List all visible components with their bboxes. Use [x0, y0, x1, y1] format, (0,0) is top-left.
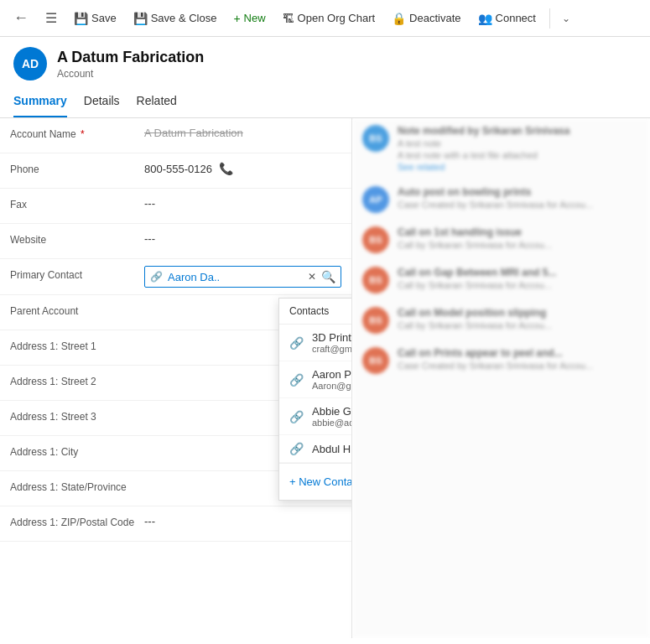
activity-avatar-1: AP	[362, 186, 389, 213]
open-org-chart-button[interactable]: 🏗 Open Org Chart	[276, 8, 382, 29]
activity-item-2: BS Call on 1st handling issue Call by Sr…	[362, 226, 640, 253]
dropdown-footer: + New Contact Advanced lookup	[279, 463, 352, 500]
tab-summary[interactable]: Summary	[13, 87, 67, 117]
activity-title-4: Call on Model position slipping	[398, 307, 640, 319]
activity-item-5: BS Call on Prints appear to peel and... …	[362, 347, 640, 374]
connect-button[interactable]: 👥 Connect	[471, 8, 543, 29]
record-title: A Datum Fabrication	[57, 49, 204, 66]
tabs: Summary Details Related	[0, 80, 650, 118]
contact-email-1: Aaron@gmail.com	[312, 381, 352, 391]
lookup-selected-value: Aaron Da..	[168, 271, 303, 283]
activity-title-0: Note modified by Srikaran Srinivasa	[398, 125, 640, 137]
lookup-record-icon: 🔗	[150, 271, 163, 283]
label-address-street-2: Address 1: Street 2	[10, 372, 144, 387]
save-button[interactable]: 💾 Save	[67, 8, 123, 29]
field-fax: Fax ---	[0, 189, 351, 224]
activity-content-5: Call on Prints appear to peel and... Cas…	[398, 347, 640, 374]
activity-avatar-0: BS	[362, 125, 389, 152]
field-website: Website ---	[0, 224, 351, 259]
value-website: ---	[144, 231, 341, 245]
field-primary-contact: Primary Contact 🔗 Aaron Da.. ✕ 🔍 Contact…	[0, 259, 351, 295]
field-address-zip: Address 1: ZIP/Postal Code ---	[0, 506, 351, 542]
activity-desc-0: A test note	[398, 138, 640, 148]
label-address-street-3: Address 1: Street 3	[10, 408, 144, 423]
activity-subdesc-0: A test note with a test file attached	[398, 150, 640, 160]
contact-icon-1: 🔗	[289, 373, 304, 387]
activity-panel: BS Note modified by Srikaran Srinivasa A…	[352, 118, 650, 638]
contact-info-1: Aaron Pick Aaron@gmail.com	[312, 368, 352, 391]
activity-avatar-4: BS	[362, 307, 389, 334]
activity-item-3: BS Call on Gap Between MRI and 5... Call…	[362, 267, 640, 293]
toolbar: ← ☰ 💾 Save 💾 Save & Close + New 🏗 Open O…	[0, 0, 650, 37]
label-phone: Phone	[10, 160, 144, 175]
activity-content-1: Auto post on bowling prints Case Created…	[398, 186, 640, 213]
record-header: AD A Datum Fabrication Account	[0, 37, 650, 80]
contact-icon-0: 🔗	[289, 336, 304, 350]
activity-title-1: Auto post on bowling prints	[398, 186, 640, 198]
label-parent-account: Parent Account	[10, 302, 144, 317]
activity-item-4: BS Call on Model position slipping Call …	[362, 307, 640, 334]
contact-icon-3: 🔗	[289, 442, 304, 455]
lookup-search-button[interactable]: 🔍	[321, 270, 335, 283]
save-close-button[interactable]: 💾 Save & Close	[127, 8, 224, 29]
new-contact-button[interactable]: + New Contact	[289, 475, 352, 488]
activity-link-0[interactable]: See related	[398, 162, 445, 172]
contact-item-1[interactable]: 🔗 Aaron Pick Aaron@gmail.com ⌄	[279, 361, 352, 398]
activity-desc-2: Call by Srikaran Srinivasa for Accou...	[398, 240, 640, 250]
activity-content-4: Call on Model position slipping Call by …	[398, 307, 640, 334]
activity-title-3: Call on Gap Between MRI and 5...	[398, 267, 640, 278]
field-phone: Phone 800-555-0126 📞	[0, 153, 351, 189]
activity-item-0: BS Note modified by Srikaran Srinivasa A…	[362, 125, 640, 173]
value-fax: ---	[144, 195, 341, 210]
form-panel: Account Name * A Datum Fabrication Phone…	[0, 118, 352, 638]
contact-item-2[interactable]: 🔗 Abbie Gardiner abbie@adatumcorporation…	[279, 398, 352, 435]
tab-related[interactable]: Related	[137, 87, 177, 117]
contact-email-0: craft@gmail.com	[312, 344, 352, 354]
contact-item-0[interactable]: 🔗 3D Printer tools R1 craft@gmail.com ⌄	[279, 325, 352, 361]
tab-details[interactable]: Details	[84, 87, 120, 117]
contact-name-2: Abbie Gardiner	[312, 405, 352, 418]
activity-title-2: Call on 1st handling issue	[398, 226, 640, 238]
new-icon: +	[233, 12, 240, 25]
dropdown-contacts-label: Contacts	[289, 305, 329, 317]
label-account-name: Account Name *	[10, 125, 144, 140]
deactivate-button[interactable]: 🔒 Deactivate	[385, 8, 467, 29]
org-chart-icon: 🏗	[283, 12, 294, 25]
contact-info-0: 3D Printer tools R1 craft@gmail.com	[312, 331, 352, 354]
save-close-icon: 💾	[133, 12, 148, 25]
phone-icon[interactable]: 📞	[219, 162, 233, 175]
activity-desc-4: Call by Srikaran Srinivasa for Accou...	[398, 320, 640, 330]
activity-avatar-3: BS	[362, 267, 389, 293]
contact-item-3[interactable]: 🔗 Abdul Hussain ⌄	[279, 435, 352, 463]
label-website: Website	[10, 231, 144, 246]
activity-content-0: Note modified by Srikaran Srinivasa A te…	[398, 125, 640, 173]
more-button[interactable]: ⌄	[557, 9, 575, 28]
contact-email-2: abbie@adatumcorporation.com	[312, 418, 352, 428]
contact-info-2: Abbie Gardiner abbie@adatumcorporation.c…	[312, 405, 352, 428]
activity-content-2: Call on 1st handling issue Call by Srika…	[398, 226, 640, 253]
connect-icon: 👥	[478, 12, 492, 25]
contact-name-3: Abdul Hussain	[312, 443, 352, 455]
avatar: AD	[13, 47, 47, 80]
activity-desc-3: Call by Srikaran Srinivasa for Accou...	[398, 280, 640, 290]
back-button[interactable]: ←	[7, 6, 35, 30]
activity-item-1: AP Auto post on bowling prints Case Crea…	[362, 186, 640, 213]
pages-button[interactable]: ☰	[39, 7, 64, 29]
record-subtitle: Account	[57, 68, 204, 80]
contact-info-3: Abdul Hussain	[312, 443, 352, 455]
activity-desc-5: Case Created by Srikaran Srinivasa for A…	[398, 361, 640, 371]
contact-name-1: Aaron Pick	[312, 368, 352, 381]
activity-desc-1: Case Created by Srikaran Srinivasa for A…	[398, 200, 640, 210]
save-icon: 💾	[74, 12, 88, 25]
dropdown-header: Contacts Recent records	[279, 299, 352, 325]
activity-avatar-5: BS	[362, 347, 389, 374]
lookup-clear-button[interactable]: ✕	[308, 271, 316, 283]
lookup-primary-contact[interactable]: 🔗 Aaron Da.. ✕ 🔍	[144, 266, 341, 288]
activity-avatar-2: BS	[362, 226, 389, 253]
label-address-state: Address 1: State/Province	[10, 478, 144, 493]
new-button[interactable]: + New	[226, 8, 272, 29]
activity-content-3: Call on Gap Between MRI and 5... Call by…	[398, 267, 640, 293]
value-phone: 800-555-0126 📞	[144, 160, 341, 175]
contact-name-0: 3D Printer tools R1	[312, 331, 352, 344]
dropdown-scroll[interactable]: 🔗 3D Printer tools R1 craft@gmail.com ⌄ …	[279, 325, 352, 463]
